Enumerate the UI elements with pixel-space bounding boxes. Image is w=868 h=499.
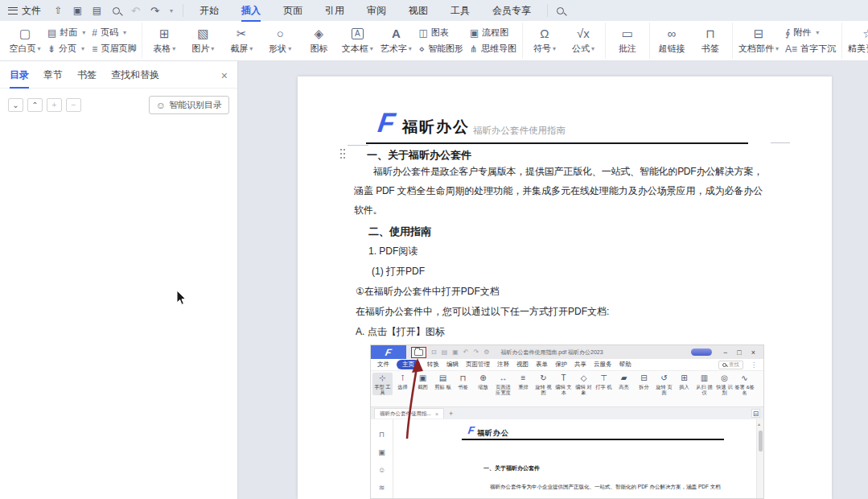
table-icon: ⊞ bbox=[159, 27, 170, 40]
embed-toolbar-item: T 编辑 文本 bbox=[553, 373, 574, 395]
header-footer-button[interactable]: ≡页眉页脚 bbox=[92, 43, 136, 55]
divider bbox=[547, 4, 548, 17]
tab-reference[interactable]: 引用 bbox=[315, 1, 354, 21]
resources-icon: ☆ bbox=[862, 27, 868, 40]
embed-menu-tab: 视图 bbox=[516, 361, 529, 369]
embed-menu-tab: 转换 bbox=[427, 361, 439, 369]
icon-button[interactable]: ◈ 图标 bbox=[302, 27, 335, 55]
collapse-all-button[interactable]: ⌃ bbox=[27, 98, 43, 112]
embed-tool-icon: ≡ bbox=[521, 373, 526, 383]
wordart-button[interactable]: A 艺术字▾ bbox=[380, 27, 412, 55]
embed-tool-icon: ↻ bbox=[540, 373, 546, 383]
quick-access-chevron-icon[interactable]: ▾ bbox=[170, 7, 173, 14]
shape-button[interactable]: ○ 形状▾ bbox=[264, 27, 296, 55]
tab-view[interactable]: 视图 bbox=[399, 1, 438, 21]
embed-tabbar: 福昕办公套件使用指... × + ⊟ bbox=[371, 407, 763, 419]
panel-close-icon[interactable]: × bbox=[221, 69, 228, 82]
embed-doc-rule bbox=[462, 439, 724, 440]
embed-toolbar: ⊹ 手型 工具 ⊺ 选择 ▣ 截图 ▤ 剪贴 板 ⊓ 书签 bbox=[371, 371, 763, 407]
tab-member[interactable]: 会员专享 bbox=[483, 1, 541, 21]
picture-icon: ▧ bbox=[197, 27, 208, 40]
header-rule-right-mark bbox=[771, 142, 790, 143]
heading-about: 一、关于福昕办公套件 bbox=[367, 148, 471, 163]
page-break-button[interactable]: ⇟分页▾ bbox=[47, 43, 85, 55]
undo-icon[interactable] bbox=[130, 5, 142, 17]
embed-menu-tab: 帮助 bbox=[619, 361, 631, 369]
tab-page[interactable]: 页面 bbox=[274, 1, 312, 21]
panel-tab-chapters[interactable]: 章节 bbox=[43, 68, 63, 82]
smart-shape-button[interactable]: ⋄智能图形 bbox=[418, 43, 463, 55]
panel-tab-find-replace[interactable]: 查找和替换 bbox=[111, 68, 159, 82]
embed-window-controls: − □ × bbox=[723, 348, 755, 357]
embed-toolbar-item: ⊞ 插入 bbox=[674, 373, 694, 390]
caret-icon: ▾ bbox=[409, 45, 412, 52]
panel-tab-bookmarks[interactable]: 书签 bbox=[77, 68, 97, 82]
blank-page-button[interactable]: ▢ 空白页▾ bbox=[9, 27, 41, 55]
smart-toc-button[interactable]: ☺ 智能识别目录 bbox=[149, 96, 229, 114]
tab-insert[interactable]: 插入 bbox=[232, 1, 270, 21]
formula-button[interactable]: √x 公式▾ bbox=[567, 27, 599, 55]
embed-titlebar: F ⊡▤▣↶↷⚙ 福昕办公套件使用指南.pdf 福昕办公2023 − □ × bbox=[371, 345, 763, 359]
chart-button[interactable]: ◫图表 bbox=[418, 27, 463, 39]
caret-icon: ▾ bbox=[816, 29, 819, 36]
export-icon[interactable] bbox=[52, 5, 64, 17]
insert-ribbon: ▢ 空白页▾ ▤封面▾ ⇟分页▾ #页码▾ ≡页眉页脚 ⊞ 表格▾ ▧ 图片▾ … bbox=[0, 21, 868, 61]
formula-icon: √x bbox=[577, 27, 590, 40]
embed-menu-tab: 共享 bbox=[574, 361, 586, 369]
embed-toolbar-item: ⊤ 打字 机 bbox=[594, 373, 614, 390]
bookmark-button[interactable]: ⊓ 书签 bbox=[694, 27, 726, 55]
hyperlink-button[interactable]: ∞ 超链接 bbox=[656, 27, 688, 55]
panel-tab-toc[interactable]: 目录 bbox=[10, 68, 29, 82]
embed-tool-icon: ▥ bbox=[701, 373, 708, 383]
expand-all-button[interactable]: ⌄ bbox=[8, 98, 23, 112]
cover-button[interactable]: ▤封面▾ bbox=[47, 27, 85, 39]
embed-toolbar-item: ∿ 签署 &签名 bbox=[734, 373, 755, 395]
embed-tool-icon: ⊹ bbox=[379, 373, 385, 383]
embed-menubar: 文件主页转换编辑页面管理注释视图表单保护共享云服务帮助 查找 ⋮ bbox=[371, 359, 763, 371]
embed-toolbar-item: ▣ 截图 bbox=[413, 373, 433, 390]
mindmap-button[interactable]: ⋔思维导图 bbox=[470, 43, 516, 55]
redo-icon[interactable] bbox=[149, 5, 161, 17]
print-preview-icon[interactable] bbox=[110, 5, 122, 17]
embedded-screenshot: F ⊡▤▣↶↷⚙ 福昕办公套件使用指南.pdf 福昕办公2023 − □ × bbox=[370, 344, 764, 499]
symbol-button[interactable]: Ω 符号▾ bbox=[529, 27, 561, 55]
page-number-button[interactable]: #页码▾ bbox=[92, 27, 136, 39]
doc-part-button[interactable]: ⊟ 文档部件▾ bbox=[738, 27, 779, 55]
embed-toolbar-item: ↺ 旋转 页面 bbox=[654, 373, 674, 395]
tab-tools[interactable]: 工具 bbox=[441, 1, 479, 21]
tab-review[interactable]: 审阅 bbox=[357, 1, 396, 21]
chart-icon: ◫ bbox=[418, 27, 427, 38]
embed-maximize-icon: □ bbox=[737, 348, 741, 357]
embed-foxit-logo-icon: F bbox=[385, 347, 393, 358]
flowchart-button[interactable]: ▣流程图 bbox=[470, 27, 516, 39]
embed-document: F 福昕办公 一、关于福昕办公套件 福昕办公套件专为中小企业提供国产正版化、一站… bbox=[393, 419, 756, 499]
drop-cap-button[interactable]: A≡首字下沉 bbox=[785, 43, 836, 55]
screenshot-button[interactable]: ✂ 截屏▾ bbox=[225, 27, 257, 55]
paragraph-drag-handle-icon[interactable] bbox=[340, 149, 347, 159]
picture-button[interactable]: ▧ 图片▾ bbox=[187, 27, 219, 55]
print-icon[interactable] bbox=[91, 5, 103, 17]
zoom-out-button[interactable]: − bbox=[66, 98, 81, 112]
embed-tool-icon: ▣ bbox=[419, 373, 426, 383]
embed-tool-icon: ◇ bbox=[581, 373, 587, 383]
textbox-button[interactable]: A 文本框▾ bbox=[341, 27, 373, 55]
caret-icon: ▾ bbox=[591, 45, 594, 52]
caret-icon: ▾ bbox=[370, 45, 373, 52]
embed-sidebar-icon: ≋ bbox=[379, 484, 385, 492]
file-menu-button[interactable]: 文件 bbox=[8, 4, 41, 18]
zoom-in-button[interactable]: + bbox=[47, 98, 62, 112]
sub-open-pdf: (1) 打开PDF bbox=[372, 265, 425, 278]
resources-button[interactable]: ☆ 精美资源▾ bbox=[848, 27, 868, 55]
embed-toolbar-item: ◇ 编辑 对象 bbox=[574, 373, 594, 395]
caret-icon: ▾ bbox=[82, 29, 85, 36]
save-icon[interactable] bbox=[72, 5, 84, 17]
embed-tool-icon: ◎ bbox=[721, 373, 728, 383]
table-button[interactable]: ⊞ 表格▾ bbox=[148, 27, 180, 55]
embed-account-avatar bbox=[691, 348, 712, 356]
document-page[interactable]: F 福昕办公 福昕办公套件使用指南 一、关于福昕办公套件 福昕办公套件是政企客户… bbox=[298, 76, 832, 499]
embed-quick-icon: ⊡ bbox=[431, 348, 437, 356]
tab-start[interactable]: 开始 bbox=[190, 1, 228, 21]
attachment-button[interactable]: ∮附件▾ bbox=[785, 27, 836, 39]
search-icon[interactable] bbox=[554, 5, 566, 17]
comment-button[interactable]: ▭ 批注 bbox=[611, 27, 644, 55]
